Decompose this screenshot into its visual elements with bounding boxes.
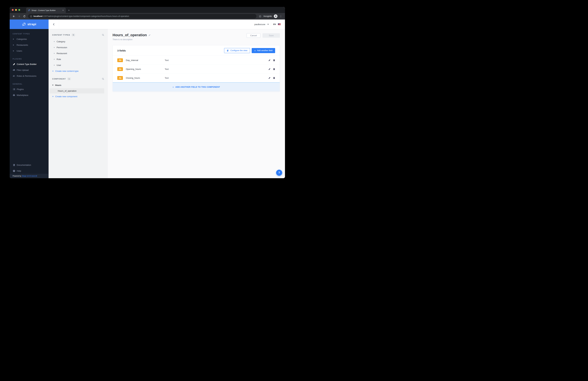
cancel-button[interactable]: Cancel — [247, 33, 260, 38]
page-title: Hours_of_operation — [113, 33, 147, 37]
forward-icon[interactable] — [17, 14, 21, 18]
tab-strip: Strapi - Content Type Builder × + — [10, 7, 285, 13]
close-window-button[interactable] — [12, 9, 14, 11]
bullet-icon — [54, 59, 55, 60]
fields-card-actions: Configure the view + Add another field — [224, 48, 275, 53]
app-back-button[interactable] — [49, 20, 59, 29]
minimize-window-button[interactable] — [15, 9, 17, 11]
field-row-day-interval[interactable]: Ab Day_interval Text — [113, 56, 280, 65]
delete-trash-icon[interactable] — [273, 59, 275, 61]
browser-menu-icon[interactable]: ⋮ — [279, 15, 282, 18]
fields-card-header: 3 fields Configure the view — [113, 45, 280, 56]
create-content-type-link[interactable]: + Create new content-type — [49, 68, 107, 74]
chevron-down-icon — [52, 85, 53, 86]
plus-icon: + — [172, 86, 174, 88]
rocket-icon — [22, 22, 26, 26]
url-text: localhost:1337/admin/plugins/content-typ… — [33, 15, 129, 17]
logo-wordmark: strapi — [27, 22, 36, 26]
zoom-window-button[interactable] — [18, 9, 20, 11]
bullet-icon — [54, 53, 55, 54]
us-flag-icon[interactable] — [278, 23, 281, 25]
edit-title-pencil-icon[interactable] — [148, 34, 151, 36]
field-name: Opening_hours — [126, 68, 165, 70]
address-bar[interactable]: localhost:1337/admin/plugins/content-typ… — [28, 14, 256, 19]
component-group-hours[interactable]: Hours — [49, 82, 107, 88]
page-actions: Cancel Save — [247, 33, 280, 38]
strapi-logo[interactable]: strapi — [10, 20, 49, 29]
sidebar-item-plugins[interactable]: Plugins — [10, 86, 49, 92]
row-actions — [268, 77, 275, 79]
sidebar-item-users[interactable]: Users — [10, 48, 49, 54]
text-type-badge: Ab — [117, 76, 123, 80]
field-row-opening-hours[interactable]: Ab Opening_hours Text — [113, 65, 280, 73]
sidebar-item-documentation[interactable]: Documentation — [10, 162, 49, 168]
plus-icon: + — [52, 95, 54, 98]
url-path: :1337/admin/plugins/content-type-builder… — [42, 15, 129, 17]
builder-sidebar: CONTENT TYPES 5 Category Permission Rest… — [49, 29, 108, 178]
search-icon[interactable] — [102, 34, 104, 36]
section-general: GENERAL — [13, 83, 49, 85]
add-another-field-button[interactable]: + Add another field — [252, 48, 275, 53]
add-field-to-component-button[interactable]: + ADD ANOTHER FIELD TO THIS COMPONENT — [113, 82, 280, 91]
content-type-role[interactable]: Role — [49, 56, 107, 62]
right-column: paulbocuse EN CONTENT TYPES 5 — [49, 20, 285, 178]
field-row-closing-hours[interactable]: Ab Closing_hours Text — [113, 73, 280, 82]
content-type-restaurant[interactable]: Restaurant — [49, 50, 107, 56]
fields-card: 3 fields Configure the view — [113, 45, 280, 91]
content-types-count-badge: 5 — [72, 34, 75, 36]
tab-favicon-rocket-icon — [28, 9, 30, 11]
sidebar-item-roles-permissions[interactable]: Roles & Permissions — [10, 73, 49, 79]
bullet-icon — [54, 65, 55, 66]
sidebar-item-content-type-builder[interactable]: Content Type Builder — [10, 61, 49, 67]
component-count-badge: 1 — [67, 78, 71, 80]
back-icon[interactable] — [12, 14, 16, 18]
users-icon — [13, 75, 15, 77]
reload-icon[interactable] — [22, 14, 26, 18]
locale-switcher[interactable]: EN — [273, 23, 276, 25]
delete-trash-icon[interactable] — [273, 68, 275, 70]
search-icon[interactable] — [102, 78, 104, 80]
help-fab-button[interactable]: ? — [276, 170, 282, 176]
book-icon — [13, 164, 15, 166]
content-type-category[interactable]: Category — [49, 39, 107, 44]
basket-icon — [13, 94, 15, 96]
field-type: Text — [165, 77, 268, 79]
text-type-badge: Ab — [117, 58, 123, 62]
sidebar-item-restaurants[interactable]: Restaurants — [10, 42, 49, 48]
site-info-icon[interactable] — [30, 15, 32, 17]
sidebar-item-files-upload[interactable]: Files Upload — [10, 67, 49, 73]
content-type-user[interactable]: User — [49, 62, 107, 68]
section-content-types: CONTENT TYPES — [13, 33, 49, 35]
browser-toolbar: localhost:1337/admin/plugins/content-typ… — [10, 13, 285, 20]
configure-view-button[interactable]: Configure the view — [224, 48, 250, 53]
incognito-label: Incognito — [263, 15, 272, 17]
user-menu[interactable]: paulbocuse — [254, 23, 265, 26]
bullet-icon — [54, 47, 55, 48]
sidebar-bottom: Documentation Help — [10, 162, 49, 174]
delete-trash-icon[interactable] — [273, 77, 275, 79]
list-icon — [13, 88, 15, 90]
new-tab-button[interactable]: + — [66, 9, 72, 13]
content-type-permission[interactable]: Permission — [49, 44, 107, 50]
sidebar-item-marketplace[interactable]: Marketplace — [10, 92, 49, 98]
sidebar-item-help[interactable]: Help — [10, 168, 49, 174]
field-type: Text — [165, 59, 268, 61]
edit-pencil-icon[interactable] — [268, 59, 271, 61]
page-description: There is no description — [113, 38, 151, 41]
browser-tab[interactable]: Strapi - Content Type Builder × — [26, 8, 66, 13]
component-item-hours-of-operation[interactable]: Hours_of_operation — [50, 88, 104, 93]
text-type-badge: Ab — [117, 67, 123, 71]
edit-pencil-icon[interactable] — [268, 77, 271, 79]
edit-pencil-icon[interactable] — [268, 68, 271, 70]
strapi-version-link[interactable]: Strapi v3.0.0-next.33 — [22, 175, 37, 177]
save-button[interactable]: Save — [262, 33, 280, 38]
main-content: Hours_of_operation There is no descripti… — [108, 29, 285, 178]
title-block: Hours_of_operation There is no descripti… — [113, 33, 151, 41]
chevron-down-icon[interactable] — [267, 24, 269, 25]
bullet-icon — [13, 50, 14, 51]
bookmark-star-icon[interactable] — [259, 15, 262, 18]
sidebar-item-categories[interactable]: Categories — [10, 36, 49, 42]
tab-close-icon[interactable]: × — [62, 9, 64, 12]
divider — [271, 22, 271, 26]
create-component-link[interactable]: + Create new component — [49, 93, 107, 99]
